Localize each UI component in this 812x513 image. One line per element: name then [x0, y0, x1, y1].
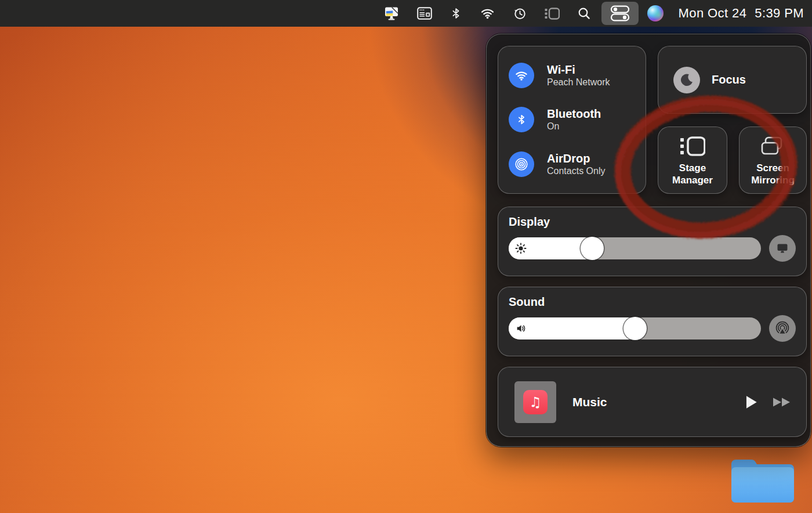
- stage-manager-tile-icon: [680, 136, 705, 156]
- music-note-glyph: ♫: [529, 394, 542, 410]
- music-artwork: ♫: [514, 381, 556, 423]
- brightness-knob[interactable]: [581, 237, 604, 260]
- airdrop-toggle-icon[interactable]: [509, 151, 534, 177]
- stage-manager-tile[interactable]: Stage Manager: [658, 127, 727, 194]
- stage-manager-icon[interactable]: [536, 0, 568, 27]
- screen-mirroring-label: Screen Mirroring: [746, 162, 800, 187]
- bluetooth-row[interactable]: Bluetooth On: [509, 107, 646, 132]
- display-options-button[interactable]: [769, 235, 796, 262]
- display-screen-sharing-icon[interactable]: [375, 0, 408, 27]
- siri-icon[interactable]: [640, 0, 670, 27]
- menu-bar-time: 5:39 PM: [755, 6, 804, 21]
- fast-forward-icon: [771, 396, 792, 408]
- wifi-row[interactable]: Wi-Fi Peach Network: [509, 63, 646, 88]
- wifi-label: Wi-Fi: [547, 63, 610, 77]
- bluetooth-label: Bluetooth: [547, 107, 601, 121]
- menu-bar-date: Mon Oct 24: [679, 6, 747, 21]
- focus-tile[interactable]: Focus: [658, 46, 807, 114]
- screen-mirroring-tile[interactable]: Screen Mirroring: [739, 127, 807, 194]
- play-button[interactable]: [744, 394, 759, 410]
- sound-label: Sound: [509, 295, 796, 309]
- audio-output-button[interactable]: [769, 315, 796, 342]
- wifi-status: Peach Network: [547, 77, 610, 88]
- fast-forward-button[interactable]: [771, 396, 792, 408]
- desktop-folder-icon[interactable]: [728, 453, 798, 505]
- menu-bar-clock[interactable]: Mon Oct 24 5:39 PM: [670, 6, 810, 21]
- sound-module: Sound: [498, 287, 807, 356]
- control-center-panel: Wi-Fi Peach Network Bluetooth On: [486, 34, 811, 447]
- connectivity-module: Wi-Fi Peach Network Bluetooth On: [498, 46, 646, 194]
- bluetooth-icon[interactable]: [441, 0, 471, 27]
- music-title: Music: [572, 395, 744, 409]
- app-window-icon[interactable]: [408, 0, 441, 27]
- bluetooth-toggle-icon[interactable]: [509, 107, 534, 132]
- volume-knob[interactable]: [624, 317, 647, 340]
- airdrop-label: AirDrop: [547, 151, 605, 165]
- menu-bar: Mon Oct 24 5:39 PM: [0, 0, 812, 27]
- play-icon: [744, 394, 759, 410]
- speaker-icon: [515, 322, 528, 335]
- search-icon[interactable]: [568, 0, 600, 27]
- time-machine-icon[interactable]: [504, 0, 536, 27]
- display-icon: [775, 241, 789, 255]
- display-module: Display: [498, 207, 807, 276]
- wifi-toggle-icon[interactable]: [509, 63, 534, 88]
- airdrop-row[interactable]: AirDrop Contacts Only: [509, 151, 646, 177]
- brightness-sun-icon: [515, 243, 527, 254]
- airplay-audio-icon: [775, 321, 790, 336]
- wifi-icon[interactable]: [471, 0, 504, 27]
- music-app-icon: ♫: [523, 390, 548, 414]
- airdrop-status: Contacts Only: [547, 165, 605, 177]
- control-center-icon[interactable]: [601, 2, 639, 25]
- focus-label: Focus: [712, 73, 746, 86]
- brightness-slider[interactable]: [509, 237, 761, 259]
- music-module[interactable]: ♫ Music: [498, 367, 807, 437]
- display-label: Display: [509, 215, 796, 229]
- focus-moon-icon[interactable]: [673, 67, 700, 93]
- bluetooth-status: On: [547, 121, 601, 132]
- screen-mirroring-tile-icon: [761, 136, 785, 156]
- stage-manager-label: Stage Manager: [666, 162, 719, 187]
- volume-slider[interactable]: [509, 317, 761, 339]
